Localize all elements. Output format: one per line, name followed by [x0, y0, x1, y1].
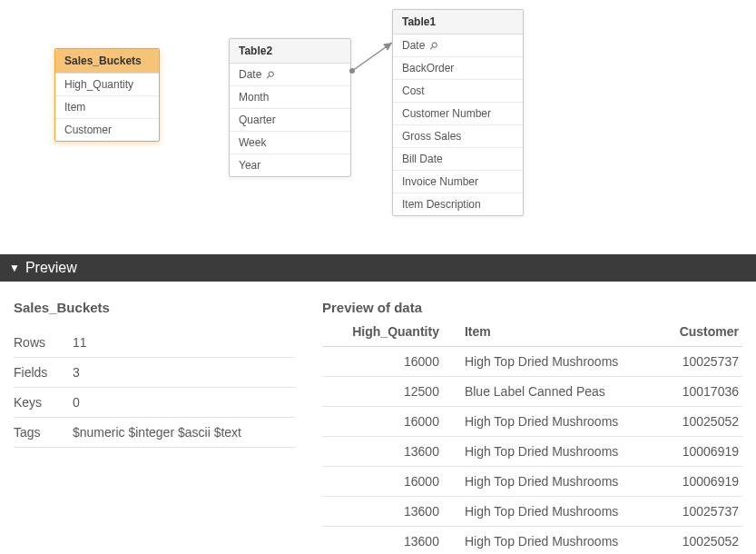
- table-cell: 16000: [322, 407, 461, 437]
- table-field[interactable]: Invoice Number: [393, 171, 523, 193]
- preview-section-header[interactable]: ▼ Preview: [0, 254, 756, 282]
- meta-fields-value: 3: [73, 365, 295, 380]
- table-box-table2[interactable]: Table2Date⚲MonthQuarterWeekYear: [229, 38, 351, 177]
- table-cell: High Top Dried Mushrooms: [461, 467, 660, 497]
- data-panel: Preview of data High_Quantity Item Custo…: [322, 300, 742, 554]
- table-cell: High Top Dried Mushrooms: [461, 407, 660, 437]
- table-box-table1[interactable]: Table1Date⚲BackOrderCostCustomer NumberG…: [392, 9, 524, 216]
- table-cell: 10006919: [660, 467, 742, 497]
- table-field[interactable]: High_Quantity: [55, 74, 159, 96]
- data-title: Preview of data: [322, 300, 742, 315]
- table-cell: High Top Dried Mushrooms: [461, 497, 660, 527]
- table-cell: 10025737: [660, 497, 742, 527]
- meta-keys-label: Keys: [14, 395, 73, 410]
- field-label: BackOrder: [402, 62, 454, 74]
- field-label: Customer: [64, 124, 112, 136]
- table-cell: High Top Dried Mushrooms: [461, 437, 660, 467]
- table-box-sales_buckets[interactable]: Sales_BucketsHigh_QuantityItemCustomer: [54, 48, 160, 142]
- table-cell: 10025052: [660, 527, 742, 555]
- table-header[interactable]: Sales_Buckets: [55, 49, 159, 74]
- table-cell: 16000: [322, 467, 461, 497]
- table-field[interactable]: Bill Date: [393, 148, 523, 171]
- table-field[interactable]: Month: [230, 86, 350, 109]
- table-field[interactable]: Cost: [393, 80, 523, 103]
- table-header[interactable]: Table2: [230, 39, 350, 64]
- table-row[interactable]: 13600High Top Dried Mushrooms10006919: [322, 437, 742, 467]
- meta-fields-label: Fields: [14, 365, 73, 380]
- table-field[interactable]: Quarter: [230, 109, 350, 132]
- field-label: Month: [239, 91, 269, 104]
- meta-row-fields: Fields 3: [14, 358, 295, 388]
- data-table: High_Quantity Item Customer 16000High To…: [322, 319, 742, 554]
- table-cell: 10017036: [660, 377, 742, 407]
- key-icon: ⚲: [264, 68, 278, 82]
- table-row[interactable]: 13600High Top Dried Mushrooms10025737: [322, 497, 742, 527]
- table-field[interactable]: Item Description: [393, 193, 523, 215]
- table-cell: High Top Dried Mushrooms: [461, 527, 660, 555]
- table-cell: 10006919: [660, 437, 742, 467]
- table-row[interactable]: 16000High Top Dried Mushrooms10006919: [322, 467, 742, 497]
- meta-title: Sales_Buckets: [14, 300, 295, 315]
- field-label: High_Quantity: [64, 78, 133, 91]
- table-row[interactable]: 16000High Top Dried Mushrooms10025737: [322, 347, 742, 377]
- table-cell: 10025737: [660, 347, 742, 377]
- col-high-quantity[interactable]: High_Quantity: [322, 319, 461, 347]
- field-label: Invoice Number: [402, 175, 478, 188]
- table-cell: 12500: [322, 377, 461, 407]
- meta-row-rows: Rows 11: [14, 328, 295, 358]
- field-label: Quarter: [239, 114, 276, 126]
- field-label: Item: [64, 101, 85, 114]
- table-field[interactable]: Customer Number: [393, 103, 523, 125]
- table-cell: Blue Label Canned Peas: [461, 377, 660, 407]
- meta-rows-value: 11: [73, 335, 295, 350]
- data-model-canvas[interactable]: Sales_BucketsHigh_QuantityItemCustomerTa…: [0, 0, 756, 254]
- preview-body: Sales_Buckets Rows 11 Fields 3 Keys 0 Ta…: [0, 282, 756, 554]
- table-row[interactable]: 12500Blue Label Canned Peas10017036: [322, 377, 742, 407]
- preview-header-label: Preview: [25, 260, 77, 276]
- col-item[interactable]: Item: [461, 319, 660, 347]
- table-field[interactable]: Year: [230, 154, 350, 176]
- table-field[interactable]: Date⚲: [393, 35, 523, 57]
- field-label: Customer Number: [402, 107, 491, 120]
- table-cell: 13600: [322, 527, 461, 555]
- field-label: Bill Date: [402, 153, 443, 165]
- table-cell: 13600: [322, 497, 461, 527]
- field-label: Date: [239, 68, 261, 81]
- table-header-row: High_Quantity Item Customer: [322, 319, 742, 347]
- table-field[interactable]: BackOrder: [393, 57, 523, 80]
- field-label: Week: [239, 136, 266, 149]
- meta-keys-value: 0: [73, 395, 295, 410]
- meta-row-tags: Tags $numeric $integer $ascii $text: [14, 418, 295, 448]
- meta-panel: Sales_Buckets Rows 11 Fields 3 Keys 0 Ta…: [14, 300, 295, 554]
- field-label: Year: [239, 159, 260, 172]
- table-field[interactable]: Gross Sales: [393, 125, 523, 148]
- field-label: Cost: [402, 84, 425, 97]
- field-label: Date: [402, 39, 425, 52]
- field-label: Gross Sales: [402, 130, 461, 143]
- table-field[interactable]: Week: [230, 132, 350, 154]
- table-field[interactable]: Customer: [55, 119, 159, 141]
- table-cell: High Top Dried Mushrooms: [461, 347, 660, 377]
- meta-row-keys: Keys 0: [14, 388, 295, 418]
- key-icon: ⚲: [427, 39, 441, 53]
- table-header[interactable]: Table1: [393, 10, 523, 35]
- svg-line-0: [352, 43, 392, 71]
- table-cell: 13600: [322, 437, 461, 467]
- table-field[interactable]: Date⚲: [230, 64, 350, 86]
- field-label: Item Description: [402, 198, 481, 211]
- meta-rows-label: Rows: [14, 335, 73, 350]
- meta-tags-value: $numeric $integer $ascii $text: [73, 425, 295, 440]
- table-field[interactable]: Item: [55, 96, 159, 119]
- chevron-down-icon: ▼: [9, 262, 20, 274]
- table-row[interactable]: 13600High Top Dried Mushrooms10025052: [322, 527, 742, 555]
- meta-tags-label: Tags: [14, 425, 73, 440]
- table-cell: 10025052: [660, 407, 742, 437]
- table-cell: 16000: [322, 347, 461, 377]
- col-customer[interactable]: Customer: [660, 319, 742, 347]
- table-row[interactable]: 16000High Top Dried Mushrooms10025052: [322, 407, 742, 437]
